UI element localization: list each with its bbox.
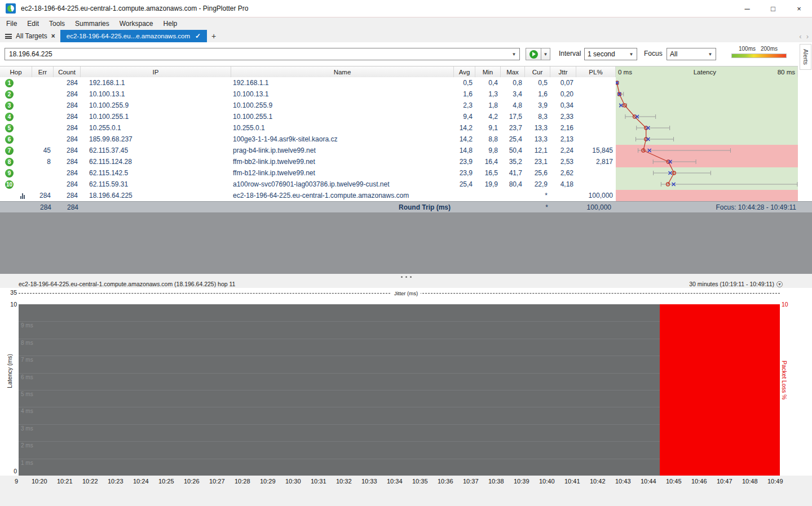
tab-active-label: ec2-18-196-64-225.eu...e.amazonaws.com (67, 33, 190, 39)
tab-scroll-right-icon[interactable]: › (806, 32, 809, 41)
cell-avg (454, 190, 475, 201)
cell-min: 9,8 (475, 145, 501, 156)
table-row[interactable]: 928462.115.142.5ffm-b12-link.ip.twelve99… (0, 167, 812, 179)
header-name[interactable]: Name (231, 66, 454, 78)
hop-number: 8 (5, 158, 14, 166)
x-axis-label: 10:44 (641, 478, 656, 485)
maximize-icon[interactable]: □ (760, 0, 786, 17)
latency-axis-min: 0 (6, 468, 17, 474)
table-row[interactable]: 28428418.196.64.225ec2-18-196-64-225.eu-… (0, 190, 812, 201)
table-row[interactable]: 1028462.115.59.31a100row-svc076901-lag00… (0, 179, 812, 190)
start-options-dropdown[interactable]: ▼ (541, 48, 550, 60)
interval-label: Interval (559, 50, 581, 57)
minimize-icon[interactable]: ─ (734, 0, 760, 17)
tab-scroll-arrows[interactable]: ‹ › (799, 30, 809, 42)
cell-jttr: 2,16 (550, 122, 576, 134)
header-min[interactable]: Min (475, 66, 501, 78)
x-axis-label: 10:33 (361, 478, 377, 485)
timeline-range-selector[interactable]: 30 minutes (10:19:11 - 10:49:11) ▼ (689, 281, 783, 287)
roundtrip-err: 284 (32, 203, 51, 211)
x-axis-label: 10:40 (539, 478, 555, 485)
chevron-down-icon[interactable]: ▼ (510, 48, 518, 60)
packet-loss-region (660, 304, 780, 476)
app-icon (6, 3, 16, 14)
start-button[interactable] (526, 48, 541, 60)
cell-cur: 0,5 (525, 77, 550, 88)
tab-active-target[interactable]: ec2-18-196-64-225.eu...e.amazonaws.com ✓ (60, 30, 207, 42)
roundtrip-label: Round Trip (ms) (399, 203, 451, 211)
target-combobox[interactable]: ▼ (5, 48, 520, 60)
header-cur[interactable]: Cur (525, 66, 550, 78)
table-row[interactable]: 428410.100.255.110.100.255.19,44,217,58,… (0, 111, 812, 122)
tab-close-icon[interactable]: × (51, 32, 55, 40)
chevron-down-icon[interactable]: ▼ (627, 48, 636, 60)
cell-ip: 10.100.255.9 (81, 100, 231, 111)
gridline-label: 8 ms (21, 340, 33, 346)
cell-max: 35,2 (501, 156, 525, 167)
cell-jttr: 0,07 (550, 77, 576, 88)
cell-max: 41,7 (501, 167, 525, 179)
table-row[interactable]: 1284192.168.1.1192.168.1.10,50,40,80,50,… (0, 77, 812, 88)
hop-number: 2 (5, 90, 14, 99)
alerts-side-tab[interactable]: Alerts (800, 44, 811, 70)
table-row[interactable]: 8828462.115.124.28ffm-bb2-link.ip.twelve… (0, 156, 812, 167)
table-row[interactable]: 328410.100.255.910.100.255.92,31,84,83,9… (0, 100, 812, 111)
packetloss-axis-max: 10 (782, 301, 788, 308)
x-axis-label: 10:22 (82, 478, 98, 485)
gridline-label: 9 ms (21, 322, 33, 329)
latency-scale-max: 80 ms (778, 69, 795, 76)
cell-err (32, 122, 54, 134)
x-axis-label: 10:26 (184, 478, 200, 485)
header-avg[interactable]: Avg (454, 66, 475, 78)
cell-ip: 62.115.59.31 (81, 179, 231, 190)
header-pl[interactable]: PL% (576, 66, 616, 78)
cell-ip: 10.100.13.1 (81, 88, 231, 100)
cell-avg: 14,8 (454, 145, 475, 156)
tab-scroll-left-icon[interactable]: ‹ (799, 32, 801, 41)
tab-all-targets[interactable]: All Targets × (0, 30, 60, 42)
target-input[interactable] (8, 50, 504, 59)
timeline-header: ec2-18-196-64-225.eu-central-1.compute.a… (0, 280, 812, 288)
menu-workspace[interactable]: Workspace (114, 17, 158, 30)
hop-number: 10 (5, 180, 14, 189)
menu-summaries[interactable]: Summaries (70, 17, 114, 30)
chevron-down-icon[interactable]: ▼ (706, 48, 714, 60)
close-icon[interactable]: × (786, 0, 812, 17)
header-latency[interactable]: 0 ms Latency 80 ms (616, 66, 798, 78)
table-row[interactable]: 74528462.115.37.45prag-b4-link.ip.twelve… (0, 145, 812, 156)
cell-jttr: 4,18 (550, 179, 576, 190)
table-row[interactable]: 228410.100.13.110.100.13.11,61,33,41,60,… (0, 88, 812, 100)
cell-min: 4,2 (475, 111, 501, 122)
round-trip-row[interactable]: 284 284 Round Trip (ms) * 100,000 Focus:… (0, 201, 812, 212)
latency-axis-max: 10 (6, 301, 17, 308)
timeline-plot[interactable]: 9 ms8 ms7 ms6 ms5 ms4 ms3 ms2 ms1 ms (19, 304, 780, 476)
menu-help[interactable]: Help (158, 17, 183, 30)
header-ip[interactable]: IP (81, 66, 231, 78)
chevron-down-icon[interactable]: ▼ (776, 281, 783, 287)
menu-tools[interactable]: Tools (44, 17, 70, 30)
play-icon (529, 50, 538, 59)
cell-jttr: 2,13 (550, 134, 576, 145)
splitter-handle[interactable] (0, 274, 812, 280)
x-axis-label: 10:20 (32, 478, 47, 485)
header-count[interactable]: Count (54, 66, 81, 78)
header-max[interactable]: Max (501, 66, 525, 78)
table-row[interactable]: 528410.255.0.110.255.0.114,29,123,713,32… (0, 122, 812, 134)
cell-min: 9,1 (475, 122, 501, 134)
roundtrip-pl: 100,000 (576, 203, 611, 211)
header-jttr[interactable]: Jttr (550, 66, 576, 78)
trace-table-header: Hop Err Count IP Name Avg Min Max Cur Jt… (0, 66, 798, 77)
header-err[interactable]: Err (32, 66, 54, 78)
x-axis-label: 10:45 (666, 478, 682, 485)
focus-select[interactable]: All ▼ (667, 48, 716, 60)
cell-err (32, 167, 54, 179)
menu-file[interactable]: File (1, 17, 22, 30)
cell-name: ffm-b12-link.ip.twelve99.net (231, 167, 454, 179)
menu-edit[interactable]: Edit (22, 17, 44, 30)
cell-name: ffm-bb2-link.ip.twelve99.net (231, 156, 454, 167)
header-hop[interactable]: Hop (0, 66, 32, 78)
new-tab-button[interactable]: + (207, 30, 220, 42)
table-row[interactable]: 6284185.99.68.237100ge3-1-1-94.asr9k-sit… (0, 134, 812, 145)
cell-avg: 0,5 (454, 77, 475, 88)
interval-select[interactable]: 1 second ▼ (584, 48, 637, 60)
